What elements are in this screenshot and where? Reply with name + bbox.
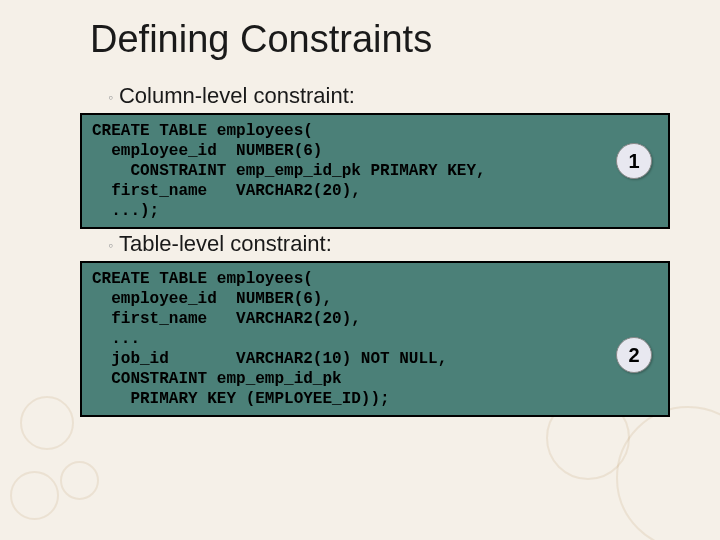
bullet-icon: ◦ bbox=[108, 237, 113, 253]
code-line: CONSTRAINT emp_emp_id_pk PRIMARY KEY, bbox=[92, 162, 486, 180]
section-label: Column-level constraint: bbox=[119, 83, 355, 108]
code-block-column-level: CREATE TABLE employees( employee_id NUMB… bbox=[80, 113, 670, 229]
slide-content: Defining Constraints ◦Column-level const… bbox=[0, 0, 720, 417]
code-line: PRIMARY KEY (EMPLOYEE_ID)); bbox=[92, 390, 390, 408]
slide-title: Defining Constraints bbox=[90, 18, 690, 61]
badge-2: 2 bbox=[616, 337, 652, 373]
deco-circle bbox=[60, 461, 99, 500]
deco-circle bbox=[10, 471, 59, 520]
bullet-icon: ◦ bbox=[108, 89, 113, 105]
code-line: CONSTRAINT emp_emp_id_pk bbox=[92, 370, 342, 388]
code-line: CREATE TABLE employees( bbox=[92, 270, 313, 288]
code-line: first_name VARCHAR2(20), bbox=[92, 310, 361, 328]
code-line: CREATE TABLE employees( bbox=[92, 122, 313, 140]
code-block-table-level: CREATE TABLE employees( employee_id NUMB… bbox=[80, 261, 670, 417]
code-line: job_id VARCHAR2(10) NOT NULL, bbox=[92, 350, 447, 368]
code-line: first_name VARCHAR2(20), bbox=[92, 182, 361, 200]
section-heading-column-level: ◦Column-level constraint: bbox=[108, 83, 690, 109]
code-line: ...); bbox=[92, 202, 159, 220]
code-line: employee_id NUMBER(6) bbox=[92, 142, 322, 160]
section-label: Table-level constraint: bbox=[119, 231, 332, 256]
deco-circle bbox=[616, 406, 720, 540]
code-line: ... bbox=[92, 330, 140, 348]
badge-1: 1 bbox=[616, 143, 652, 179]
section-heading-table-level: ◦Table-level constraint: bbox=[108, 231, 690, 257]
code-line: employee_id NUMBER(6), bbox=[92, 290, 332, 308]
